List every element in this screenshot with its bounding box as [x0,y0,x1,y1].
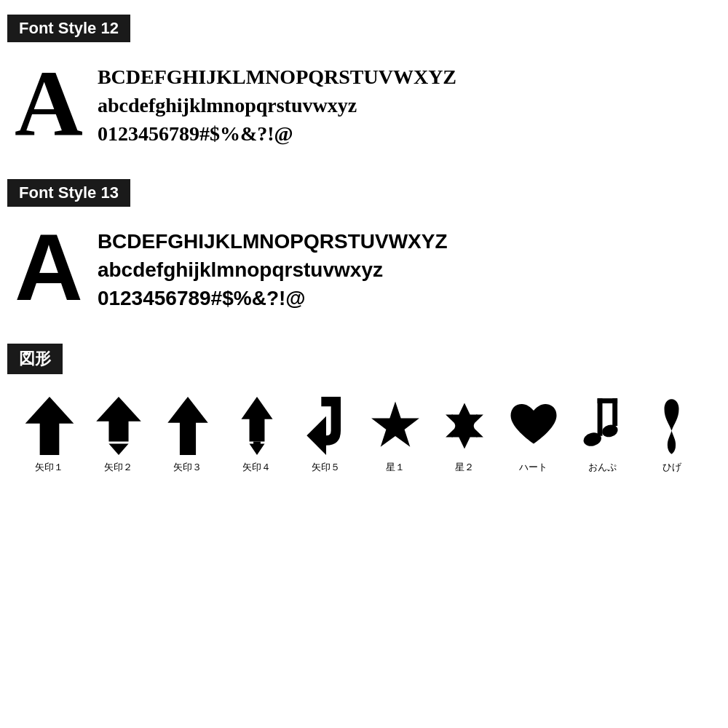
star2-label: 星２ [455,461,474,474]
arrow1-icon [24,395,75,456]
shape-item-arrow2: 矢印２ [84,395,153,474]
font-13-big-letter: A [15,220,83,314]
font-12-big-letter: A [15,55,83,150]
shapes-label: 図形 [7,344,63,374]
shape-item-star2: 星２ [430,395,499,474]
heart-icon [508,395,559,456]
font-12-line-1: BCDEFGHIJKLMNOPQRSTUVWXYZ [98,63,456,91]
svg-marker-3 [167,397,207,455]
arrow5-icon [301,395,352,456]
svg-rect-10 [598,398,603,436]
shape-item-heart: ハート [499,395,568,474]
font-13-line-3: 0123456789#$%&?!@ [98,284,448,312]
star1-icon [370,395,421,456]
arrow4-icon [232,395,282,456]
shapes-section: 図形 矢印１ 矢印２ [7,344,721,488]
page-wrapper: Font Style 12 A BCDEFGHIJKLMNOPQRSTUVWXY… [0,0,728,503]
font-style-13-section: Font Style 13 A BCDEFGHIJKLMNOPQRSTUVWXY… [7,179,721,314]
font-style-12-section: Font Style 12 A BCDEFGHIJKLMNOPQRSTUVWXY… [7,15,721,150]
font-13-line-2: abcdefghijklmnopqrstuvwxyz [98,256,448,284]
shapes-grid: 矢印１ 矢印２ 矢印３ [7,387,721,488]
arrow2-label: 矢印２ [104,461,132,474]
star1-label: 星１ [386,461,405,474]
shape-item-star1: 星１ [360,395,430,474]
mustache-label: ひげ [662,461,681,474]
shape-item-arrow5: 矢印５ [291,395,360,474]
arrow3-icon [162,395,213,456]
arrow2-icon [93,395,144,456]
font-style-13-label: Font Style 13 [7,179,130,207]
arrow5-label: 矢印５ [312,461,340,474]
arrow3-label: 矢印３ [173,461,202,474]
font-style-12-label: Font Style 12 [7,15,130,42]
font-12-line-3: 0123456789#$%&?!@ [98,119,456,148]
shape-item-mustache: ひげ [637,395,706,474]
font-13-char-lines: BCDEFGHIJKLMNOPQRSTUVWXYZ abcdefghijklmn… [98,220,448,313]
svg-marker-1 [96,397,141,442]
music-label: おんぷ [588,461,617,474]
heart-label: ハート [519,461,547,474]
font-13-line-1: BCDEFGHIJKLMNOPQRSTUVWXYZ [98,227,448,256]
svg-marker-2 [108,443,128,454]
music-icon [582,395,622,456]
shape-item-music: おんぷ [568,395,637,474]
shape-item-arrow3: 矢印３ [153,395,222,474]
svg-marker-6 [306,416,326,454]
star2-icon [439,395,490,456]
shape-item-arrow1: 矢印１ [15,395,84,474]
font-13-demo: A BCDEFGHIJKLMNOPQRSTUVWXYZ abcdefghijkl… [7,220,721,314]
shape-item-arrow4: 矢印４ [222,395,291,474]
mustache-icon [659,395,684,456]
font-12-char-lines: BCDEFGHIJKLMNOPQRSTUVWXYZ abcdefghijklmn… [98,55,456,149]
font-12-demo: A BCDEFGHIJKLMNOPQRSTUVWXYZ abcdefghijkl… [7,55,721,150]
svg-marker-4 [241,397,272,442]
arrow4-label: 矢印４ [242,461,271,474]
font-12-line-2: abcdefghijklmnopqrstuvwxyz [98,91,456,119]
svg-marker-7 [371,401,419,446]
arrow1-label: 矢印１ [35,461,63,474]
svg-marker-5 [249,441,264,454]
svg-marker-0 [25,397,74,455]
svg-rect-12 [612,398,617,426]
